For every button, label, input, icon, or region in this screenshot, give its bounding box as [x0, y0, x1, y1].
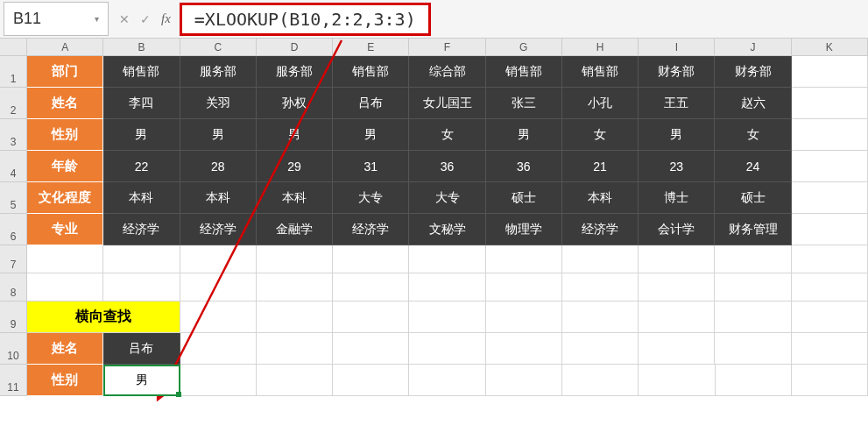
row-header-2[interactable]: 2 [0, 88, 27, 119]
cell-H9[interactable] [562, 302, 639, 333]
cell-I10[interactable] [639, 333, 715, 365]
cell-D5[interactable]: 本科 [257, 182, 333, 214]
cell-J2[interactable]: 赵六 [715, 88, 791, 119]
cell-D4[interactable]: 29 [257, 151, 333, 182]
col-header-K[interactable]: K [792, 39, 868, 55]
select-all-corner[interactable] [0, 39, 27, 55]
cell-C9[interactable] [180, 302, 257, 333]
cell-C5[interactable]: 本科 [180, 182, 257, 214]
cell-A3[interactable]: 性别 [27, 119, 103, 151]
col-header-A[interactable]: A [27, 39, 103, 55]
cell-D7[interactable] [257, 245, 333, 273]
cell-F6[interactable]: 文秘学 [409, 214, 485, 245]
cell-E8[interactable] [333, 273, 409, 302]
fx-icon[interactable]: fx [161, 11, 171, 26]
cell-B5[interactable]: 本科 [103, 182, 180, 214]
cell-E4[interactable]: 31 [333, 151, 409, 182]
cell-J11[interactable] [716, 365, 792, 396]
cell-I9[interactable] [639, 302, 715, 333]
cell-E3[interactable]: 男 [333, 119, 409, 151]
cell-I8[interactable] [639, 273, 715, 302]
cell-D6[interactable]: 金融学 [257, 214, 333, 245]
cell-F11[interactable] [409, 365, 485, 396]
cell-A6[interactable]: 专业 [27, 214, 103, 245]
cell-K9[interactable] [792, 302, 868, 333]
cell-E1[interactable]: 销售部 [333, 56, 409, 88]
cell-H5[interactable]: 本科 [562, 182, 639, 214]
cell-C7[interactable] [180, 245, 257, 273]
cell-B8[interactable] [103, 273, 180, 302]
cell-B7[interactable] [103, 245, 180, 273]
cell-H3[interactable]: 女 [562, 119, 639, 151]
cell-A11[interactable]: 性别 [27, 365, 103, 396]
cell-F1[interactable]: 综合部 [409, 56, 485, 88]
cell-E6[interactable]: 经济学 [333, 214, 409, 245]
name-box[interactable]: B11 ▾ [4, 2, 109, 36]
cell-I6[interactable]: 会计学 [639, 214, 715, 245]
cell-G5[interactable]: 硕士 [486, 182, 562, 214]
cell-A10[interactable]: 姓名 [27, 333, 103, 365]
cell-B6[interactable]: 经济学 [103, 214, 180, 245]
cell-F10[interactable] [409, 333, 485, 365]
cell-D10[interactable] [257, 333, 333, 365]
cell-K5[interactable] [792, 182, 868, 214]
cell-C4[interactable]: 28 [180, 151, 257, 182]
cell-A8[interactable] [27, 273, 103, 302]
cell-H11[interactable] [562, 365, 639, 396]
col-header-C[interactable]: C [180, 39, 257, 55]
cell-D11[interactable] [257, 365, 333, 396]
cell-J6[interactable]: 财务管理 [715, 214, 791, 245]
cell-E5[interactable]: 大专 [333, 182, 409, 214]
cell-A9-B9-merged[interactable]: 横向查找 [27, 302, 180, 333]
cell-E2[interactable]: 吕布 [333, 88, 409, 119]
cell-H7[interactable] [562, 245, 639, 273]
cell-G9[interactable] [486, 302, 562, 333]
cell-A2[interactable]: 姓名 [27, 88, 103, 119]
row-header-6[interactable]: 6 [0, 214, 27, 245]
cell-K4[interactable] [792, 151, 868, 182]
cell-G4[interactable]: 36 [486, 151, 562, 182]
col-header-G[interactable]: G [486, 39, 562, 55]
cell-F5[interactable]: 大专 [409, 182, 485, 214]
cell-G2[interactable]: 张三 [486, 88, 562, 119]
col-header-B[interactable]: B [103, 39, 180, 55]
cell-K3[interactable] [792, 119, 868, 151]
row-header-5[interactable]: 5 [0, 182, 27, 214]
cell-H6[interactable]: 经济学 [562, 214, 639, 245]
cell-I3[interactable]: 男 [639, 119, 715, 151]
cell-H8[interactable] [562, 273, 639, 302]
cell-B10[interactable]: 吕布 [103, 333, 180, 365]
col-header-F[interactable]: F [409, 39, 485, 55]
col-header-H[interactable]: H [562, 39, 639, 55]
row-header-3[interactable]: 3 [0, 119, 27, 151]
cell-I1[interactable]: 财务部 [639, 56, 715, 88]
cell-K7[interactable] [792, 245, 868, 273]
cell-C8[interactable] [180, 273, 257, 302]
cell-B11-selected[interactable]: 男 [103, 365, 180, 396]
cell-K11[interactable] [792, 365, 868, 396]
row-header-9[interactable]: 9 [0, 302, 27, 333]
cell-H10[interactable] [562, 333, 639, 365]
cell-E10[interactable] [333, 333, 409, 365]
cell-J5[interactable]: 硕士 [715, 182, 791, 214]
cell-G1[interactable]: 销售部 [486, 56, 562, 88]
cell-H2[interactable]: 小孔 [562, 88, 639, 119]
cell-C1[interactable]: 服务部 [180, 56, 257, 88]
cell-F4[interactable]: 36 [409, 151, 485, 182]
cell-B3[interactable]: 男 [103, 119, 180, 151]
cell-J8[interactable] [715, 273, 791, 302]
cell-K6[interactable] [792, 214, 868, 245]
cell-K1[interactable] [792, 56, 868, 88]
col-header-E[interactable]: E [333, 39, 409, 55]
cell-E7[interactable] [333, 245, 409, 273]
cell-E9[interactable] [333, 302, 409, 333]
cell-A5[interactable]: 文化程度 [27, 182, 103, 214]
cell-A1[interactable]: 部门 [27, 56, 103, 88]
cell-I2[interactable]: 王五 [639, 88, 715, 119]
cell-F2[interactable]: 女儿国王 [409, 88, 485, 119]
row-header-7[interactable]: 7 [0, 245, 27, 273]
cell-F7[interactable] [409, 245, 485, 273]
cell-B4[interactable]: 22 [103, 151, 180, 182]
cell-I4[interactable]: 23 [639, 151, 715, 182]
cell-B2[interactable]: 李四 [103, 88, 180, 119]
